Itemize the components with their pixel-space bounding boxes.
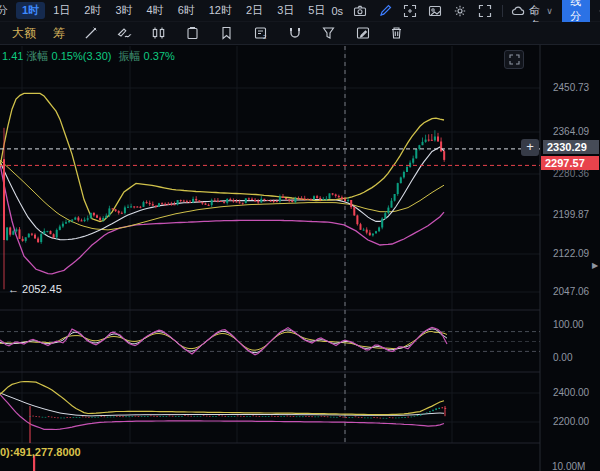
upper-line-price-badge: 2330.29	[543, 140, 599, 154]
volume-axis-label: 10.00M	[552, 461, 585, 471]
timeframe-tab-12时[interactable]: 12时	[203, 2, 238, 19]
axis-tick-label: 2122.09	[553, 248, 589, 259]
cloud-icon	[511, 3, 525, 19]
image-settings-icon[interactable]	[427, 3, 443, 19]
funnel-icon[interactable]	[320, 25, 337, 42]
line-pencil-icon[interactable]	[82, 25, 99, 42]
timeframe-tab-1时[interactable]: 1时	[16, 2, 45, 19]
chip-distribution-tab[interactable]: 筹	[53, 25, 65, 42]
current-price-badge: 2297.57	[541, 156, 599, 170]
chevron-down-icon: ∨	[546, 6, 553, 16]
timeframe-tab-2时[interactable]: 2时	[78, 2, 107, 19]
timeframe-tabs: 分1时1日2时3时4时6时12时2日3日5日	[0, 2, 331, 19]
timeframe-tab-6时[interactable]: 6时	[172, 2, 201, 19]
pencil-icon[interactable]	[377, 3, 393, 19]
axis-tick-label: 100.00	[553, 319, 584, 330]
gear-icon[interactable]	[452, 3, 468, 19]
axis-tick-label: 2400.00	[553, 387, 589, 398]
timeframe-tab-分[interactable]: 分	[0, 2, 14, 19]
axis-tick-label: 2450.73	[553, 82, 589, 93]
drawing-toolbar: 大额 筹 2	[0, 22, 600, 45]
drawing-tool-icons: 2	[82, 25, 405, 42]
large-order-tab[interactable]: 大额	[12, 25, 36, 42]
svg-text:2: 2	[263, 34, 267, 40]
timeframe-tab-3时[interactable]: 3时	[109, 2, 138, 19]
candle-countdown: 0s	[331, 5, 343, 17]
amplitude-value: 0.37%	[144, 50, 175, 62]
timeframe-tab-4时[interactable]: 4时	[141, 2, 170, 19]
frame-add-icon[interactable]	[402, 3, 418, 19]
add-alert-button[interactable]: +	[521, 139, 539, 156]
timeframe-tab-1日[interactable]: 1日	[47, 2, 76, 19]
kline-app-window: 分1时1日2时3时4时6时12时2日3日5日 0s 未命名 ∨ K线分析 大额 …	[0, 0, 600, 471]
clipped-value: 1.41	[2, 50, 23, 62]
axis-tick-label: 2199.87	[553, 209, 589, 220]
clipboard-icon[interactable]	[184, 25, 201, 42]
timeframe-tab-5日[interactable]: 5日	[302, 2, 331, 19]
low-price-marker: ← 2052.45	[8, 283, 62, 295]
timeframe-tab-2日[interactable]: 2日	[240, 2, 269, 19]
top-toolbar: 分1时1日2时3时4时6时12时2日3日5日 0s 未命名 ∨ K线分析	[0, 0, 600, 22]
volume-readout: 0):491,277.8000	[0, 446, 81, 458]
fullscreen-icon[interactable]	[477, 3, 493, 19]
axis-tick-label: 2047.06	[553, 286, 589, 297]
candles-icon[interactable]	[150, 25, 167, 42]
pen-squiggle-icon[interactable]	[116, 25, 133, 42]
magnet-icon[interactable]	[286, 25, 303, 42]
box-edit-icon[interactable]	[354, 25, 371, 42]
bookmark-icon[interactable]	[218, 25, 235, 42]
change-value: 0.15%(3.30)	[52, 50, 112, 62]
change-label: 涨幅	[26, 50, 48, 62]
timeframe-tab-3日[interactable]: 3日	[271, 2, 300, 19]
camera-icon[interactable]	[352, 3, 368, 19]
amplitude-label: 振幅	[119, 50, 141, 62]
expand-pane-icon[interactable]	[504, 50, 524, 69]
trash-icon[interactable]	[388, 25, 405, 42]
price-stats-row: 1.41 涨幅 0.15%(3.30) 振幅 0.37%	[2, 49, 175, 64]
chart-tool-icons	[352, 3, 493, 19]
panel-arrow-icon[interactable]: ▶	[592, 261, 598, 270]
axis-tick-label: 0.00	[553, 352, 572, 363]
axis-tick-label: 2200.00	[553, 416, 589, 427]
doc-edit-icon[interactable]: 2	[252, 25, 269, 42]
axis-tick-label: 2364.09	[553, 126, 589, 137]
chart-canvas[interactable]	[0, 0, 600, 471]
